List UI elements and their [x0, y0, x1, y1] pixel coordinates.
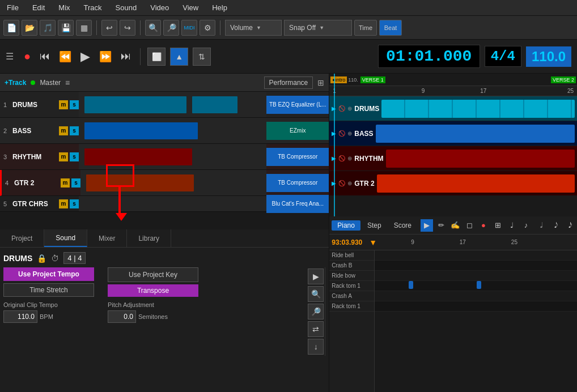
piano-key-rack-tom1[interactable]: Rack tom 1 — [329, 281, 374, 291]
arr-gtr2-track[interactable]: ▶ 🚫 ⊕ GTR 2 — [329, 171, 577, 196]
add-track-button[interactable]: +Track — [5, 79, 26, 87]
clip-gtr2[interactable] — [86, 174, 194, 191]
pr-grid-button[interactable]: ⊞ — [491, 219, 504, 232]
piano-key-crash-b[interactable]: Crash B — [329, 261, 374, 271]
pr-notes-area[interactable] — [375, 250, 577, 392]
track-clips-drums[interactable] — [79, 92, 266, 117]
new-file-button[interactable]: 📄 — [3, 20, 19, 36]
arr-drums-track[interactable]: ▶ 🚫 ⊕ DRUMS — [329, 96, 577, 121]
plugin-bass[interactable]: EZmix — [266, 122, 329, 140]
solo-bass-button[interactable]: s — [70, 126, 79, 135]
tab-step[interactable]: Step — [362, 220, 387, 231]
menu-file[interactable]: File — [5, 2, 21, 13]
tempo-input[interactable] — [3, 310, 37, 323]
plugin-gtr2[interactable]: TB Compressor — [266, 174, 329, 192]
undo-button[interactable]: ↩ — [101, 20, 117, 36]
file-button2[interactable]: 🎵 — [40, 20, 56, 36]
mute-gtr2-button[interactable]: m — [61, 178, 70, 188]
arr-gtr2-clip[interactable] — [377, 174, 575, 193]
tab-mixer[interactable]: Mixer — [87, 229, 127, 247]
pr-play-button[interactable]: ▶ — [421, 219, 433, 232]
piano-key-ride-bell[interactable]: Ride bell — [329, 250, 374, 261]
solo-rhythm-button[interactable]: s — [70, 152, 79, 161]
pr-note2-button[interactable]: ♪ — [520, 219, 532, 232]
redo-button[interactable]: ↪ — [120, 20, 135, 36]
clip-drums-2[interactable] — [192, 96, 237, 113]
menu-track[interactable]: Track — [82, 2, 104, 13]
piano-key-rack-tom1b[interactable]: Rack tom 1 — [329, 301, 374, 312]
rewind-button[interactable]: ⏪ — [57, 48, 74, 65]
bp-down-button[interactable]: ↓ — [308, 339, 324, 355]
loop-button[interactable]: ⬜ — [147, 48, 166, 66]
pr-note4-button[interactable]: 𝅘𝅥𝅮 — [548, 219, 561, 232]
transpose-button[interactable]: Transpose — [108, 284, 198, 297]
use-project-key-button[interactable]: Use Project Key — [108, 267, 198, 282]
open-button[interactable]: 📂 — [22, 20, 37, 36]
mute-drums-button[interactable]: m — [59, 100, 68, 109]
track-clips-gtrchrs[interactable] — [79, 196, 266, 211]
grid-button[interactable]: ▦ — [76, 20, 92, 36]
performance-button[interactable]: Performance — [264, 76, 313, 89]
rewind-to-start-button[interactable]: ⏮ — [37, 48, 52, 65]
hamburger-menu[interactable]: ☰ — [6, 51, 14, 62]
menu-video[interactable]: Video — [148, 2, 171, 13]
use-project-tempo-button[interactable]: Use Project Tempo — [3, 267, 94, 281]
solo-gtrchrs-button[interactable]: s — [70, 199, 79, 208]
bp-play-button[interactable]: ▶ — [308, 269, 324, 284]
arr-bass-clip[interactable] — [376, 125, 575, 143]
pr-erase-button[interactable]: ◻ — [463, 219, 476, 232]
zoom-out-button[interactable]: 🔎 — [163, 20, 179, 36]
piano-key-crash-a[interactable]: Crash A — [329, 291, 374, 301]
bp-swap-button[interactable]: ⇄ — [308, 321, 324, 337]
volume-dropdown[interactable]: Volume ▼ — [225, 20, 282, 36]
time-stretch-button[interactable]: Time Stretch — [3, 283, 94, 297]
bpm-display[interactable]: 110.0 — [526, 46, 571, 67]
menu-mix[interactable]: Mix — [56, 2, 72, 13]
mute-gtrchrs-button[interactable]: m — [59, 199, 68, 208]
arr-drums-clip[interactable] — [381, 100, 575, 118]
menu-edit[interactable]: Edit — [30, 2, 47, 13]
midi-button[interactable]: MIDI — [181, 20, 197, 36]
menu-help[interactable]: Help — [210, 2, 230, 13]
clip-bass[interactable] — [84, 122, 198, 139]
time-button[interactable]: Time — [354, 20, 377, 36]
pr-draw2-button[interactable]: ✍ — [449, 219, 461, 232]
plugin-drums[interactable]: TB EZQ Equalizer (L... — [266, 96, 329, 114]
record-button[interactable]: ● — [22, 48, 33, 65]
clip-rhythm[interactable] — [84, 148, 192, 165]
arr-rhythm-clip[interactable] — [386, 150, 575, 168]
sound-time-sig[interactable]: 4 | 4 — [63, 252, 86, 264]
pr-draw-button[interactable]: ✏ — [435, 219, 447, 232]
clip-drums[interactable] — [84, 96, 186, 113]
track-clips-gtr2[interactable] — [80, 170, 266, 195]
track-clips-rhythm[interactable] — [79, 144, 266, 169]
solo-gtr2-button[interactable]: s — [71, 178, 80, 188]
pr-note3-button[interactable]: 𝅗𝅥 — [534, 219, 546, 232]
tab-piano[interactable]: Piano — [332, 220, 360, 231]
solo-drums-button[interactable]: s — [70, 100, 79, 109]
settings-gear-button[interactable]: ⚙ — [200, 20, 215, 36]
pr-note5-button[interactable]: 𝅘𝅥𝅯 — [562, 219, 575, 232]
piano-key-ride-bow[interactable]: Ride bow — [329, 271, 374, 281]
pitch-input[interactable] — [108, 310, 136, 323]
menu-view[interactable]: View — [180, 2, 201, 13]
mute-rhythm-button[interactable]: m — [59, 152, 68, 161]
pr-rec-button[interactable]: ● — [477, 219, 490, 232]
snap-dropdown[interactable]: Snap Off ▼ — [284, 20, 352, 36]
plugin-gtrchrs[interactable]: Blu Cat's Freq Ana... — [266, 195, 329, 213]
time-signature[interactable]: 4/4 — [485, 46, 521, 67]
metronome-button[interactable]: ▲ — [170, 48, 188, 66]
beat-button[interactable]: Beat — [379, 20, 402, 36]
tab-project[interactable]: Project — [0, 229, 44, 247]
pr-note1-button[interactable]: ♩ — [506, 219, 518, 232]
note-1[interactable] — [409, 281, 413, 289]
punch-button[interactable]: ⇅ — [193, 48, 211, 66]
mute-bass-button[interactable]: m — [59, 126, 68, 135]
bp-zoom-out-button[interactable]: 🔎 — [308, 304, 324, 319]
bp-zoom-in-button[interactable]: 🔍 — [308, 286, 324, 302]
master-menu-icon[interactable]: ≡ — [65, 78, 70, 87]
save-button[interactable]: 💾 — [58, 20, 74, 36]
track-clips-bass[interactable] — [79, 118, 266, 143]
fast-forward-button[interactable]: ⏩ — [97, 48, 114, 65]
zoom-in-button[interactable]: 🔍 — [145, 20, 161, 36]
